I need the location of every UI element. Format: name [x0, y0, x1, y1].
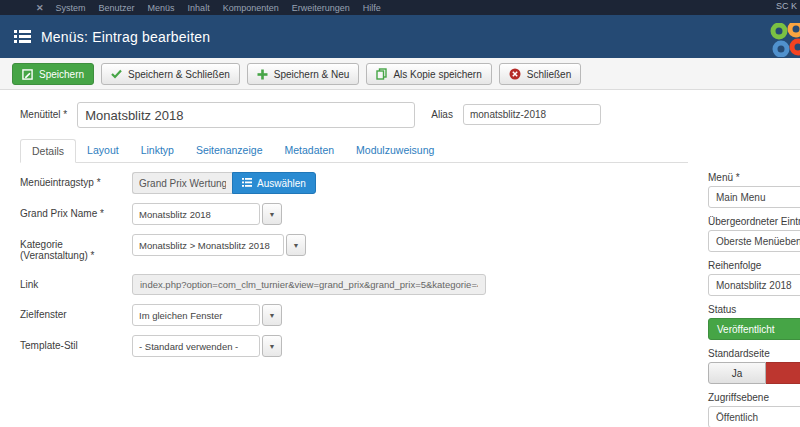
field-menu: Menü * Main Menu	[708, 172, 800, 208]
menu-menues[interactable]: Menüs	[148, 3, 175, 13]
field-template: Template-Stil - Standard verwenden - ▼	[20, 335, 800, 357]
grandprix-select[interactable]: Monatsblitz 2018 ▼	[132, 203, 282, 225]
list-icon	[242, 178, 252, 189]
cancel-icon	[509, 68, 521, 80]
save-new-button[interactable]: Speichern & Neu	[247, 63, 360, 85]
grandprix-label: Grand Prix Name *	[20, 203, 132, 225]
chevron-down-icon[interactable]: ▼	[262, 304, 282, 326]
select-menutype-button-label: Auswählen	[257, 178, 306, 189]
menu-label: Menü *	[708, 172, 800, 183]
default-page-label: Standardseite	[708, 348, 800, 359]
link-input	[132, 274, 486, 295]
access-select[interactable]: Öffentlich	[708, 406, 800, 427]
tab-details[interactable]: Details	[20, 139, 76, 163]
save-copy-button-label: Als Kopie speichern	[393, 69, 481, 80]
save-button[interactable]: Speichern	[12, 63, 94, 85]
save-new-button-label: Speichern & Neu	[274, 69, 350, 80]
save-copy-button[interactable]: Als Kopie speichern	[366, 63, 491, 85]
joomla-color-logo-icon	[766, 23, 800, 58]
template-select-value: - Standard verwenden -	[132, 335, 260, 357]
page-title: Menüs: Eintrag bearbeiten	[41, 29, 210, 45]
field-grandprix: Grand Prix Name * Monatsblitz 2018 ▼	[20, 203, 800, 225]
chevron-down-icon[interactable]: ▼	[262, 203, 282, 225]
menu-list-icon	[14, 29, 31, 44]
kategorie-select-value: Monatsblitz > Monatsblitz 2018	[132, 234, 284, 256]
site-name-label[interactable]: SC K	[776, 1, 797, 11]
menu-erweiterungen[interactable]: Erweiterungen	[292, 3, 350, 13]
field-link: Link	[20, 274, 800, 295]
ordering-select[interactable]: Monatsblitz 2018	[708, 274, 800, 296]
title-row: Menütitel * Alias	[20, 102, 800, 128]
status-published-button[interactable]: Veröffentlicht	[708, 318, 800, 340]
template-select[interactable]: - Standard verwenden - ▼	[132, 335, 282, 357]
zielfenster-select-value: Im gleichen Fenster	[132, 304, 260, 326]
plus-icon	[257, 69, 268, 80]
field-kategorie: Kategorie (Veranstaltung) * Monatsblitz …	[20, 234, 800, 261]
chevron-down-icon[interactable]: ▼	[286, 234, 306, 256]
close-button[interactable]: Schließen	[499, 63, 581, 85]
menutitle-label: Menütitel *	[20, 102, 67, 120]
tab-bar: Details Layout Linktyp Seitenanzeige Met…	[20, 139, 688, 163]
menu-system[interactable]: System	[56, 3, 86, 13]
field-zielfenster: Zielfenster Im gleichen Fenster ▼	[20, 304, 800, 326]
save-close-button[interactable]: Speichern & Schließen	[101, 63, 240, 85]
menu-select[interactable]: Main Menu	[708, 186, 800, 208]
ordering-label: Reihenfolge	[708, 260, 800, 271]
tab-linktyp[interactable]: Linktyp	[130, 139, 185, 162]
chevron-down-icon[interactable]: ▼	[262, 335, 282, 357]
kategorie-label: Kategorie (Veranstaltung) *	[20, 234, 132, 261]
settings-sidebar: Menü * Main Menu Übergeordneter Eintrag …	[708, 172, 800, 427]
page-header: Menüs: Eintrag bearbeiten	[0, 15, 800, 58]
default-page-toggle: Ja	[708, 362, 800, 384]
link-label: Link	[20, 274, 132, 295]
tab-layout[interactable]: Layout	[76, 139, 130, 162]
save-icon	[22, 69, 33, 80]
menu-komponenten[interactable]: Komponenten	[223, 3, 279, 13]
menutype-label: Menüeintragstyp *	[20, 172, 132, 194]
tab-modulzuweisung[interactable]: Modulzuweisung	[345, 139, 445, 162]
grandprix-select-value: Monatsblitz 2018	[132, 203, 260, 225]
joomla-logo-icon: ✕	[36, 3, 44, 13]
field-status: Status Veröffentlicht	[708, 304, 800, 340]
copy-icon	[376, 68, 387, 80]
status-label: Status	[708, 304, 800, 315]
field-parent: Übergeordneter Eintrag Oberste Menüebene	[708, 216, 800, 252]
default-page-yes-button[interactable]: Ja	[708, 362, 766, 384]
admin-navbar: ✕ System Benutzer Menüs Inhalt Komponent…	[0, 0, 800, 15]
field-default-page: Standardseite Ja	[708, 348, 800, 384]
field-menutype: Menüeintragstyp * Auswählen	[20, 172, 800, 194]
parent-select[interactable]: Oberste Menüebene	[708, 230, 800, 252]
check-icon	[111, 69, 122, 79]
tab-seitenanzeige[interactable]: Seitenanzeige	[185, 139, 274, 162]
field-ordering: Reihenfolge Monatsblitz 2018	[708, 260, 800, 296]
zielfenster-label: Zielfenster	[20, 304, 132, 326]
menutype-input	[132, 172, 232, 194]
details-pane: Menüeintragstyp * Auswählen Grand Prix N…	[20, 172, 800, 357]
toolbar: Speichern Speichern & Schließen Speicher…	[0, 58, 800, 90]
zielfenster-select[interactable]: Im gleichen Fenster ▼	[132, 304, 282, 326]
tab-metadaten[interactable]: Metadaten	[273, 139, 345, 162]
default-page-no-button[interactable]	[766, 362, 800, 384]
alias-label: Alias	[431, 102, 453, 120]
menu-hilfe[interactable]: Hilfe	[363, 3, 381, 13]
edit-form: Menütitel * Alias Details Layout Linktyp…	[0, 90, 800, 357]
menutitle-input[interactable]	[77, 102, 415, 128]
menu-benutzer[interactable]: Benutzer	[99, 3, 135, 13]
access-label: Zugriffsebene	[708, 392, 800, 403]
alias-input[interactable]	[463, 104, 601, 125]
parent-label: Übergeordneter Eintrag	[708, 216, 800, 227]
menu-inhalt[interactable]: Inhalt	[188, 3, 210, 13]
field-access: Zugriffsebene Öffentlich	[708, 392, 800, 427]
save-button-label: Speichern	[39, 69, 84, 80]
close-button-label: Schließen	[527, 69, 571, 80]
template-label: Template-Stil	[20, 335, 132, 357]
select-menutype-button[interactable]: Auswählen	[232, 172, 316, 194]
kategorie-select[interactable]: Monatsblitz > Monatsblitz 2018 ▼	[132, 234, 306, 261]
save-close-button-label: Speichern & Schließen	[128, 69, 230, 80]
